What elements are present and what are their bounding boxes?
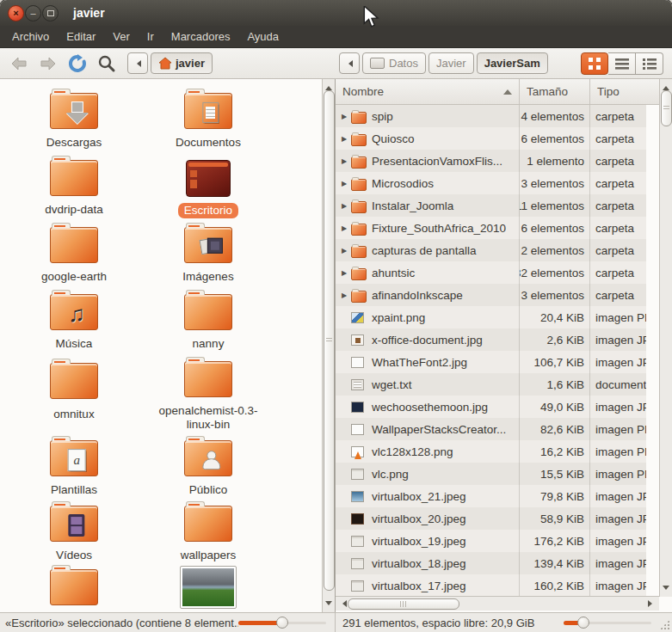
table-row[interactable]: virtualbox_19.jpeg 176,2 KiB imagen JPEG <box>336 530 646 552</box>
expander-icon[interactable]: ▶ <box>339 113 349 120</box>
icon-item-Documentos[interactable]: Documentos <box>141 83 275 150</box>
table-row[interactable]: ▶ Microsodios 3 elementos carpeta <box>336 172 646 194</box>
table-row[interactable]: vlc128x128.png 16,2 KiB imagen PNG <box>336 440 646 463</box>
folder-icon <box>351 156 367 169</box>
breadcrumb-javiersam[interactable]: JavierSam <box>477 52 548 74</box>
breadcrumb-datos[interactable]: Datos <box>362 52 426 74</box>
icon-item-Público[interactable]: Público <box>141 430 275 495</box>
slider-knob[interactable] <box>276 617 288 629</box>
minimize-button[interactable]: – <box>25 5 41 21</box>
titlebar[interactable]: × – javier <box>0 0 672 26</box>
icon-item-Plantillas[interactable]: a Plantillas <box>7 430 141 495</box>
icon-item-wallpapers[interactable]: wallpapers <box>141 495 275 557</box>
table-row[interactable]: virtualbox_20.jpeg 58,9 KiB imagen JPEG <box>336 507 646 530</box>
path-scroll-left-button-2[interactable] <box>339 52 360 74</box>
left-zoom-slider[interactable] <box>238 617 326 629</box>
right-pane-list-view[interactable]: Nombre Tamaño Tipo ▶ spip 4 elementos ca… <box>336 79 672 612</box>
column-header-nombre[interactable]: Nombre <box>336 79 520 104</box>
right-pane-vertical-scrollbar[interactable] <box>659 79 672 597</box>
table-row[interactable]: ▶ spip 4 elementos carpeta <box>336 105 646 127</box>
list-column-headers: Nombre Tamaño Tipo <box>336 79 659 105</box>
icon-item-folder-icon[interactable] <box>7 557 141 612</box>
icon-item-google-earth[interactable]: google-earth <box>7 217 141 284</box>
right-zoom-slider[interactable] <box>564 617 651 629</box>
close-button[interactable]: × <box>8 5 24 21</box>
table-row[interactable]: ▶ ahuntsic 32 elementos carpeta <box>336 261 646 284</box>
file-type: carpeta <box>590 127 646 150</box>
menu-ir[interactable]: Ir <box>139 27 163 46</box>
table-row[interactable]: ▶ capturas de pantalla 2 elementos carpe… <box>336 239 646 261</box>
slider-knob[interactable] <box>577 617 589 629</box>
horizontal-scrollbar[interactable] <box>336 596 659 611</box>
table-row[interactable]: virtualbox_18.jpeg 139,4 KiB imagen JPEG <box>336 552 646 574</box>
maximize-button[interactable] <box>42 5 59 21</box>
icon-view-button[interactable] <box>581 52 608 75</box>
column-header-tipo[interactable]: Tipo <box>590 79 659 104</box>
folder-icon <box>351 179 367 191</box>
table-row[interactable]: ▶ Instalar_Joomla 11 elementos carpeta <box>336 194 646 217</box>
column-header-tamano-label: Tamaño <box>527 85 568 98</box>
table-row[interactable]: WallpaperStacksCreator... 82,6 KiB image… <box>336 418 646 440</box>
icon-item-dvdrip-data[interactable]: dvdrip-data <box>7 150 141 217</box>
refresh-button[interactable] <box>67 53 88 74</box>
expander-icon[interactable]: ▶ <box>339 224 349 232</box>
table-row[interactable]: wechoosethemoon.jpg 49,0 KiB imagen JPEG <box>336 396 646 418</box>
table-row[interactable]: vlc.png 15,5 KiB imagen PNG <box>336 463 646 485</box>
menu-marcadores[interactable]: Marcadores <box>163 27 239 46</box>
file-size: 82,6 KiB <box>520 418 590 440</box>
expander-icon[interactable]: ▶ <box>339 247 349 255</box>
icon-item-omnitux[interactable]: omnitux <box>7 351 141 430</box>
expander-icon[interactable]: ▶ <box>339 202 349 210</box>
expander-icon[interactable]: ▶ <box>339 269 349 277</box>
table-row[interactable]: ▶ PresentacionVamoxFlis... 1 elemento ca… <box>336 150 646 172</box>
icon-item-Escritorio[interactable]: Escritorio <box>141 150 275 217</box>
file-size: 139,4 KiB <box>520 552 590 574</box>
table-row[interactable]: WhatTheFont2.jpg 106,7 KiB imagen JPEG <box>336 351 646 373</box>
table-row[interactable]: virtualbox_21.jpeg 79,8 KiB imagen JPEG <box>336 485 646 507</box>
icon-item-label: Imágenes <box>176 269 239 285</box>
expander-icon[interactable]: ▶ <box>339 180 349 187</box>
icon-item-Descargas[interactable]: Descargas <box>7 83 141 150</box>
file-type: carpeta <box>590 194 646 217</box>
expander-icon[interactable]: ▶ <box>339 291 349 299</box>
forward-button[interactable] <box>38 53 59 74</box>
table-row[interactable]: x-office-document.jpg 2,6 KiB imagen JPE… <box>336 328 646 351</box>
icon-item-photo-thumbnail[interactable] <box>141 557 275 612</box>
left-pane-vertical-scrollbar[interactable] <box>322 79 335 612</box>
table-row[interactable]: ▶ Fixture_SouthAfrica_2010 6 elementos c… <box>336 217 646 239</box>
menu-archivo[interactable]: Archivo <box>3 27 58 46</box>
menu-editar[interactable]: Editar <box>58 27 104 46</box>
table-row[interactable]: ▶ Quiosco 6 elementos carpeta <box>336 127 646 150</box>
horizontal-scrollbar-handle[interactable] <box>348 598 459 610</box>
file-type: imagen JPEG <box>590 507 646 530</box>
icon-item-nanny[interactable]: nanny <box>141 284 275 351</box>
main-area: Descargas Documentos dvdrip-data Escrito… <box>0 79 672 612</box>
table-row[interactable]: ▶ afinandoInkscape 3 elementos carpeta <box>336 284 646 306</box>
icon-item-Música[interactable]: ♫ Música <box>7 284 141 351</box>
table-row[interactable]: virtualbox_17.jpeg 160,2 KiB imagen JPEG <box>336 574 646 597</box>
search-button[interactable] <box>96 53 117 74</box>
breadcrumb-javier[interactable]: Javier <box>428 52 474 74</box>
back-button[interactable] <box>9 53 29 74</box>
left-scrollbar-handle[interactable] <box>324 90 335 591</box>
breadcrumb-home[interactable]: javier <box>151 52 213 74</box>
icon-item-Imágenes[interactable]: Imágenes <box>141 217 275 284</box>
icon-item-Vídeos[interactable]: Vídeos <box>7 495 141 557</box>
file-name: virtualbox_20.jpeg <box>372 512 466 525</box>
window-resize-grip[interactable] <box>659 619 670 630</box>
expander-icon[interactable]: ▶ <box>339 157 349 165</box>
icon-item-openalchemist-0.3-linux-bin[interactable]: openalchemist-0.3-linux-bin <box>141 351 275 430</box>
expander-icon[interactable]: ▶ <box>339 135 349 143</box>
path-scroll-left-button[interactable] <box>127 52 148 74</box>
table-row[interactable]: xpaint.png 20,4 KiB imagen PNG <box>336 306 646 328</box>
right-scrollbar-handle[interactable] <box>661 90 672 126</box>
file-manager-window: × – javier ArchivoEditarVerIrMarcadoresA… <box>0 0 672 632</box>
list-view-button[interactable] <box>608 52 636 75</box>
menu-ayuda[interactable]: Ayuda <box>238 27 287 46</box>
compact-view-button[interactable] <box>636 52 663 75</box>
menu-ver[interactable]: Ver <box>104 27 139 46</box>
column-header-tamano[interactable]: Tamaño <box>520 79 590 104</box>
table-row[interactable]: wget.txt 1,6 KiB documento d <box>336 373 646 396</box>
file-name: vlc.png <box>372 468 409 481</box>
left-pane-icon-view[interactable]: Descargas Documentos dvdrip-data Escrito… <box>0 79 336 612</box>
